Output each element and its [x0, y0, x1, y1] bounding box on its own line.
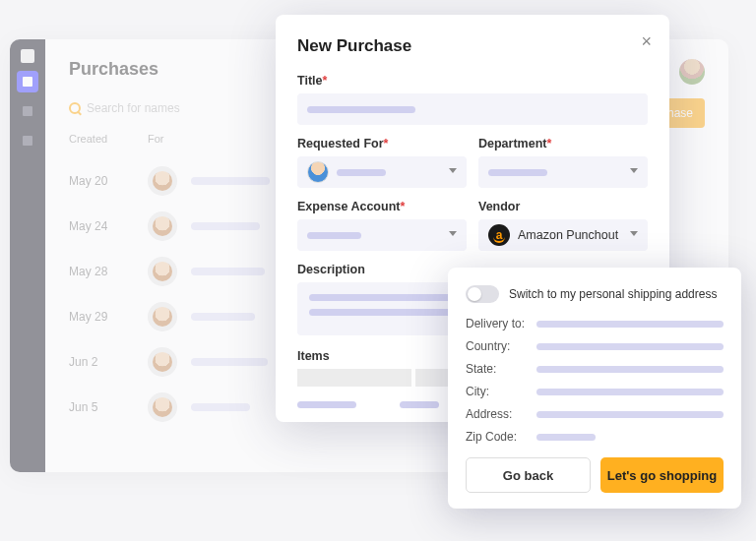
country-row: Country:	[466, 339, 724, 353]
vendor-value: Amazon Punchout	[518, 228, 618, 242]
expense-account-select[interactable]	[297, 219, 467, 251]
requested-for-select[interactable]	[297, 156, 467, 188]
city-row: City:	[466, 385, 724, 398]
chevron-down-icon	[630, 231, 638, 236]
row-name-placeholder	[191, 313, 255, 321]
vendor-label: Vendor	[478, 200, 648, 213]
modal-title: New Purchase	[297, 36, 648, 56]
toggle-label: Switch to my personal shipping address	[509, 287, 717, 301]
nav-icon	[23, 106, 32, 116]
delivery-to-row: Delivery to:	[466, 317, 724, 331]
row-date: May 24	[69, 219, 148, 233]
nav-icon	[23, 136, 32, 146]
row-date: May 29	[69, 310, 148, 324]
row-avatar	[148, 166, 177, 196]
state-row: State:	[466, 362, 724, 376]
sidebar-item-purchases[interactable]	[17, 71, 38, 92]
row-name-placeholder	[191, 358, 268, 366]
row-name-placeholder	[191, 177, 270, 185]
chevron-down-icon	[630, 168, 638, 173]
department-select[interactable]	[478, 156, 648, 188]
row-avatar	[148, 347, 177, 377]
requested-for-label: Requested For*	[297, 137, 467, 150]
zip-row: Zip Code:	[466, 430, 724, 444]
personal-address-toggle[interactable]	[466, 285, 499, 303]
close-button[interactable]: ×	[641, 32, 652, 50]
sidebar-item-2[interactable]	[17, 100, 38, 122]
sidebar	[10, 39, 45, 472]
user-avatar[interactable]	[679, 59, 705, 85]
chevron-down-icon	[449, 231, 457, 236]
popover-actions: Go back Let's go shopping	[466, 457, 724, 493]
row-avatar	[148, 302, 177, 331]
search-icon	[69, 102, 81, 114]
row-avatar	[148, 392, 177, 422]
toggle-knob-icon	[468, 287, 481, 301]
lets-go-shopping-button[interactable]: Let's go shopping	[600, 457, 724, 493]
go-back-button[interactable]: Go back	[466, 457, 591, 493]
vendor-select[interactable]: a Amazon Punchout	[478, 219, 648, 251]
search-placeholder: Search for names	[87, 101, 180, 115]
chevron-down-icon	[449, 168, 457, 173]
row-avatar	[148, 211, 177, 241]
row-date: May 28	[69, 265, 148, 278]
row-date: Jun 2	[69, 355, 148, 369]
shipping-popover: Switch to my personal shipping address D…	[448, 268, 741, 509]
row-avatar	[148, 257, 177, 286]
requester-avatar-icon	[307, 161, 329, 183]
sidebar-item-3[interactable]	[17, 130, 38, 151]
search-input[interactable]: Search for names	[69, 101, 180, 115]
row-name-placeholder	[191, 403, 250, 411]
row-date: Jun 5	[69, 400, 148, 414]
app-logo-icon	[21, 49, 34, 63]
department-label: Department*	[478, 137, 648, 150]
title-input[interactable]	[297, 93, 648, 125]
amazon-icon: a	[488, 224, 510, 246]
row-name-placeholder	[191, 222, 260, 230]
col-header-created: Created	[69, 133, 148, 145]
title-label: Title*	[297, 74, 648, 88]
col-header-for: For	[148, 133, 246, 145]
toggle-row: Switch to my personal shipping address	[466, 285, 724, 303]
row-name-placeholder	[191, 268, 265, 275]
expense-account-label: Expense Account*	[297, 200, 467, 213]
row-date: May 20	[69, 174, 148, 188]
bag-icon	[23, 77, 32, 87]
address-row: Address:	[466, 407, 724, 421]
